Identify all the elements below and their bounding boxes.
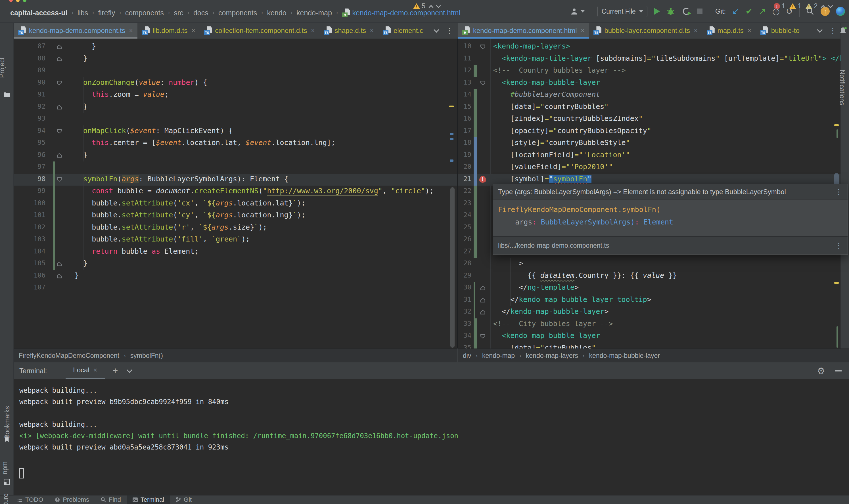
terminal-tab-local[interactable]: Local × xyxy=(66,362,105,379)
tab-map.d.ts[interactable]: TSmap.d.ts× xyxy=(702,23,756,39)
chevron-down-icon[interactable] xyxy=(817,27,823,33)
fold-marker[interactable] xyxy=(57,177,61,182)
chevron-down-icon[interactable] xyxy=(434,27,439,33)
notifications-bell-icon[interactable] xyxy=(839,26,847,36)
tab-bubble-to[interactable]: TSbubble-to xyxy=(756,23,804,39)
sidebar-item-structure[interactable]: Structure xyxy=(2,493,10,504)
breadcrumb-item[interactable]: symbolFn() xyxy=(130,352,163,360)
code-line[interactable]: 106} xyxy=(14,270,457,282)
ide-plugin-icon[interactable] xyxy=(836,7,845,16)
info-stripe-mark[interactable] xyxy=(450,160,454,162)
fold-marker[interactable] xyxy=(57,44,61,49)
git-update-button[interactable]: ↙ xyxy=(732,7,739,16)
breadcrumb-item[interactable]: capital-access-ui xyxy=(10,9,68,17)
code-line[interactable]: 92 } xyxy=(14,101,457,113)
tab-kendo-map-demo.component.html[interactable]: Hkendo-map-demo.component.html× xyxy=(458,23,589,39)
code-line[interactable]: 90 onZoomChange(value: number) { xyxy=(14,77,457,89)
fold-marker[interactable] xyxy=(57,274,61,278)
code-line[interactable]: 88 } xyxy=(14,53,457,65)
chevron-down-icon[interactable] xyxy=(127,367,132,373)
statusbar-item-git[interactable]: Git xyxy=(170,496,197,504)
code-line[interactable]: 16 [zIndex]="countryBubblesZIndex" xyxy=(458,113,841,125)
code-line[interactable]: 28 > xyxy=(458,258,841,270)
maximize-window-icon[interactable] xyxy=(23,0,26,2)
warning-stripe-mark[interactable] xyxy=(449,106,454,107)
inspections-widget-right[interactable]: !112 xyxy=(774,2,832,10)
run-configuration-select[interactable]: Current File xyxy=(597,6,648,17)
statusbar-item-terminal[interactable]: Terminal xyxy=(127,496,170,504)
statusbar-item-todo[interactable]: TODO xyxy=(11,496,49,504)
next-problem-icon[interactable] xyxy=(828,3,833,8)
code-line[interactable]: 98 symbolFn(args: BubbleLayerSymbolArgs)… xyxy=(14,174,457,186)
fold-marker[interactable] xyxy=(57,81,61,86)
code-line[interactable]: 17 [opacity]="countryBubblesOpacity" xyxy=(458,125,841,138)
breadcrumb-item[interactable]: libs xyxy=(77,9,88,17)
code-line[interactable]: 20 [valueField]="'Pop2010'" xyxy=(458,161,841,174)
previous-problem-icon[interactable] xyxy=(821,5,826,10)
tab-collection-item.component.d.ts[interactable]: TScollection-item.component.d.ts× xyxy=(200,23,319,39)
breadcrumb-file[interactable]: Hkendo-map-demo.component.html xyxy=(342,8,460,17)
breadcrumb-item[interactable]: components xyxy=(125,9,164,17)
tab-bubble-layer.component.d.ts[interactable]: TSbubble-layer.component.d.ts× xyxy=(589,23,702,39)
breadcrumb-item[interactable]: kendo-map xyxy=(297,9,332,17)
code-line[interactable]: 97 xyxy=(14,161,457,174)
statusbar-item-find[interactable]: Find xyxy=(95,496,127,504)
vcs-stripe-mark[interactable] xyxy=(836,129,838,138)
debug-button[interactable] xyxy=(666,7,675,16)
breadcrumb-item[interactable]: kendo-map xyxy=(482,352,515,360)
breadcrumb-item[interactable]: components xyxy=(218,9,257,17)
code-line[interactable]: 105 } xyxy=(14,258,457,270)
run-with-coverage-button[interactable] xyxy=(682,7,691,16)
tool-window-icon[interactable] xyxy=(3,478,11,486)
terminal-settings-icon[interactable]: ⚙ xyxy=(817,365,825,376)
scrollbar-thumb[interactable] xyxy=(450,187,455,348)
code-line[interactable]: 101 bubble.setAttribute('cy', `${args.lo… xyxy=(14,210,457,222)
fold-marker[interactable] xyxy=(57,129,61,134)
sidebar-item-bookmarks[interactable]: Bookmarks xyxy=(3,406,11,439)
fold-marker[interactable] xyxy=(57,105,61,110)
sidebar-item-notifications[interactable]: Notifications xyxy=(838,70,846,105)
breadcrumb-item[interactable]: kendo xyxy=(267,9,286,17)
code-line[interactable]: 11 <kendo-map-tile-layer [subdomains]="t… xyxy=(458,53,841,65)
close-icon[interactable]: × xyxy=(370,27,374,34)
code-line[interactable]: 99 const bubble = document.createElement… xyxy=(14,185,457,198)
editor-left-pane[interactable]: 87 }88 }8990 onZoomChange(value: number)… xyxy=(14,39,457,348)
previous-problem-icon[interactable] xyxy=(428,5,433,10)
code-line[interactable]: 14 #bubbleLayerComponent xyxy=(458,89,841,101)
close-window-icon[interactable] xyxy=(9,0,13,2)
code-line[interactable]: 94 onMapClick($event: MapClickEvent) { xyxy=(14,125,457,138)
warning-stripe-mark[interactable] xyxy=(834,124,839,126)
close-icon[interactable]: × xyxy=(129,27,133,34)
fold-marker[interactable] xyxy=(57,262,61,266)
fold-marker[interactable] xyxy=(480,44,485,49)
close-icon[interactable]: × xyxy=(311,27,315,34)
close-icon[interactable]: × xyxy=(694,27,698,34)
more-options-icon[interactable]: ⋮ xyxy=(829,26,836,35)
code-line[interactable]: 95 this.center = [$event.location.lat, $… xyxy=(14,137,457,149)
code-line[interactable]: 19 [locationField]="'Location'" xyxy=(458,149,841,162)
sidebar-item-npm[interactable]: npm xyxy=(1,462,9,474)
code-line[interactable]: 18 [style]="countryBubbleStyle" xyxy=(458,137,841,149)
fold-marker[interactable] xyxy=(480,286,485,290)
fold-marker[interactable] xyxy=(480,334,485,339)
minimize-window-icon[interactable] xyxy=(16,0,20,2)
code-line[interactable]: 87 } xyxy=(14,41,457,53)
code-line[interactable]: 100 bubble.setAttribute('cx', `${args.lo… xyxy=(14,198,457,210)
code-line[interactable]: 12<!-- Country bubbles layer --> xyxy=(458,65,841,77)
breadcrumb-item[interactable]: FireflyKendoMapDemoComponent xyxy=(19,352,119,360)
close-icon[interactable]: × xyxy=(191,27,195,34)
vcs-stripe-mark[interactable] xyxy=(836,326,838,348)
tab-element.c[interactable]: TSelement.c xyxy=(378,23,426,39)
code-line[interactable]: 10<kendo-map-layers> xyxy=(458,41,841,53)
info-stripe-mark[interactable] xyxy=(450,133,454,135)
fold-marker[interactable] xyxy=(480,81,485,86)
code-line[interactable]: 102 bubble.setAttribute('r', `${args.siz… xyxy=(14,222,457,234)
breadcrumb-item[interactable]: docs xyxy=(193,9,208,17)
breadcrumb-item[interactable]: kendo-map-bubble-layer xyxy=(589,352,660,360)
breadcrumb-item[interactable]: div xyxy=(463,352,471,360)
run-button[interactable] xyxy=(654,8,660,15)
close-icon[interactable]: × xyxy=(93,366,98,374)
code-line[interactable]: 93 xyxy=(14,113,457,125)
stop-button[interactable] xyxy=(697,8,703,14)
code-line[interactable]: 30 </ng-template> xyxy=(458,282,841,294)
